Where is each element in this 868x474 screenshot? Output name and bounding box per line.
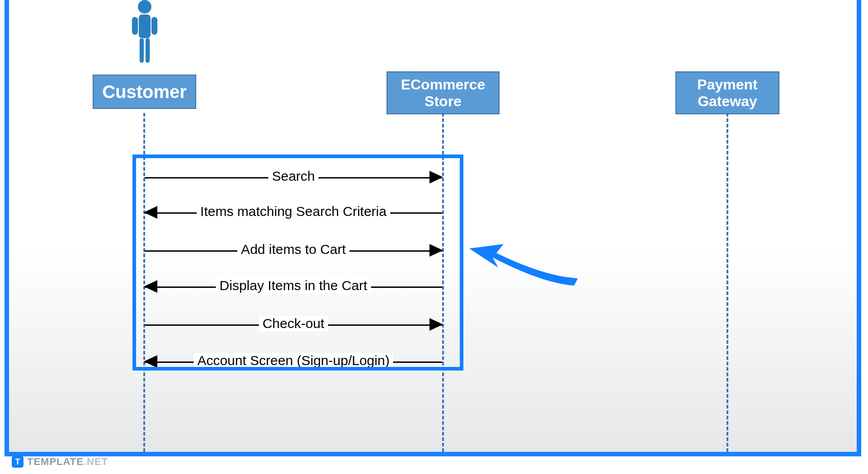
watermark-brand: TEMPLATE [27,456,84,467]
svg-rect-1 [139,14,151,38]
svg-rect-2 [132,17,138,35]
participant-payment-gateway: Payment Gateway [675,71,779,114]
participant-gateway-label-1: Payment [697,76,757,93]
callout-arrow-icon [466,236,592,290]
watermark-text: TEMPLATE.NET [27,456,108,468]
participant-store-label-2: Store [401,93,486,110]
participant-customer: Customer [93,75,196,109]
participant-store-label-1: ECommerce [401,76,486,93]
watermark-badge-icon: T [12,456,24,468]
svg-point-0 [138,0,151,14]
watermark-badge-text: T [15,457,20,467]
participant-gateway-label-2: Gateway [697,93,757,110]
svg-rect-5 [146,38,150,62]
lifeline-gateway [726,113,728,452]
participant-customer-label: Customer [102,82,187,102]
participant-ecommerce-store: ECommerce Store [387,71,500,114]
svg-rect-4 [140,38,144,62]
actor-icon [131,0,158,68]
watermark: T TEMPLATE.NET [12,456,108,468]
svg-rect-3 [151,17,157,35]
diagram-frame: Customer ECommerce Store Payment Gateway… [5,0,861,456]
watermark-suffix: .NET [84,456,108,467]
highlight-selection-box [132,155,463,371]
